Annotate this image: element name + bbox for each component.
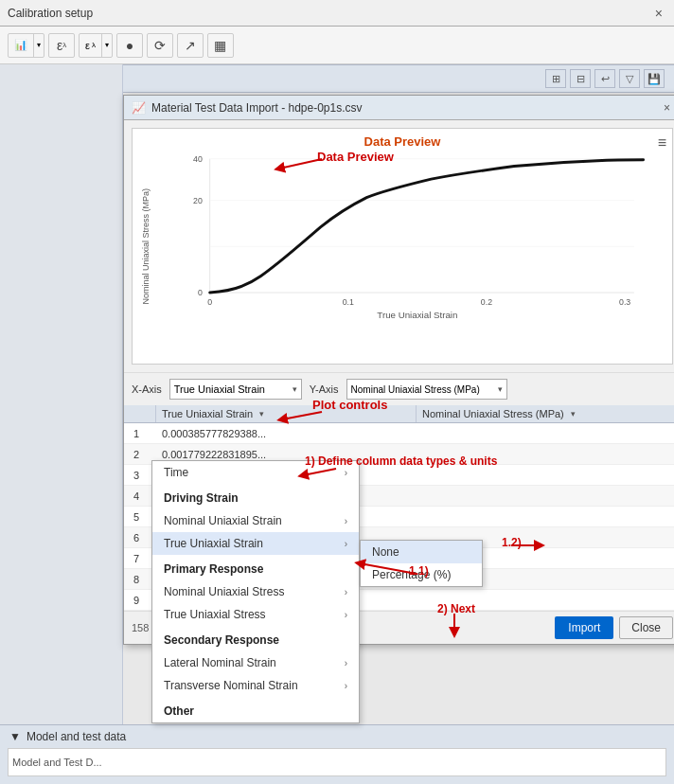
- menu-item-transverse-nominal-strain[interactable]: Transverse Nominal Strain ›: [152, 674, 359, 697]
- trend-btn[interactable]: ↗: [177, 33, 204, 58]
- y-axis-arrow: ▾: [498, 384, 503, 394]
- svg-text:True Uniaxial Strain: True Uniaxial Strain: [377, 310, 457, 320]
- svg-text:20: 20: [193, 196, 203, 205]
- section-btn-undo[interactable]: ↩: [594, 69, 615, 88]
- bottom-section: ▼ Model and test data Model and Test D..…: [0, 724, 674, 784]
- row-stress: [417, 590, 674, 610]
- unit-submenu: None Percentage (%): [360, 540, 483, 587]
- col-strain-dropdown-arrow[interactable]: ▾: [259, 409, 264, 419]
- svg-text:40: 40: [193, 154, 203, 164]
- sidebar: [0, 64, 123, 784]
- refresh-btn[interactable]: ⟳: [147, 33, 173, 58]
- menu-arrow-nominal-strain: ›: [345, 516, 347, 526]
- plot-controls: X-Axis True Uniaxial Strain ▾ Y-Axis Nom…: [124, 372, 674, 405]
- row-stress: [417, 423, 674, 443]
- svg-text:0: 0: [198, 288, 203, 297]
- row-stress: [417, 486, 674, 506]
- menu-item-time[interactable]: Time ›: [152, 461, 359, 484]
- menu-item-true-uniaxial-stress[interactable]: True Uniaxial Stress ›: [152, 603, 359, 626]
- table-header: True Uniaxial Strain ▾ Nominal Uniaxial …: [124, 405, 674, 423]
- chart-dropdown-arrow[interactable]: ▾: [33, 34, 44, 57]
- main-window: Calibration setup × 📊 ▾ ελ ελ ▾ ● ⟳ ↗ ▦ …: [0, 0, 674, 784]
- section-toolbar: ⊞ ⊟ ↩ ▽ 💾: [545, 69, 665, 88]
- menu-item-true-uniaxial-strain[interactable]: True Uniaxial Strain ›: [152, 532, 359, 555]
- epsilon-btn[interactable]: ελ: [48, 33, 75, 58]
- table-row: 1 0.000385777829388...: [124, 423, 674, 444]
- window-title: Calibration setup: [8, 7, 93, 20]
- svg-text:0.3: 0.3: [619, 297, 630, 307]
- svg-text:0: 0: [207, 297, 212, 307]
- window-close-button[interactable]: ×: [651, 6, 666, 21]
- menu-arrow-transverse: ›: [345, 681, 347, 691]
- col-stress-dropdown-arrow[interactable]: ▾: [571, 409, 576, 419]
- epsilon2-dropdown[interactable]: ελ ▾: [79, 33, 113, 58]
- chart-svg: 40 20 0 0 0.1 0.2 0.3 True Uniaxial Stra…: [161, 150, 665, 330]
- bottom-content-area: Model and Test D...: [8, 748, 666, 776]
- col-stress-header[interactable]: Nominal Uniaxial Stress (MPa) ▾: [417, 405, 674, 422]
- y-axis-label: Y-Axis: [310, 383, 339, 395]
- bottom-section-arrow: ▼: [9, 730, 21, 743]
- x-axis-value: True Uniaxial Strain: [174, 383, 265, 395]
- y-axis-label: Nominal Uniaxial Stress (MPa): [138, 157, 155, 335]
- table-btn[interactable]: ▦: [207, 33, 234, 58]
- svg-text:0.1: 0.1: [343, 297, 354, 307]
- menu-arrow-true-strain: ›: [345, 539, 347, 549]
- menu-section-other: Other: [152, 697, 359, 722]
- epsilon2-btn[interactable]: ελ: [80, 34, 101, 57]
- chart-title: Data Preview: [364, 134, 441, 149]
- x-axis-select[interactable]: True Uniaxial Strain ▾: [169, 379, 302, 400]
- chart-btn[interactable]: 📊: [9, 34, 33, 57]
- bottom-section-header[interactable]: ▼ Model and test data: [0, 725, 674, 748]
- menu-item-nominal-uniaxial-stress[interactable]: Nominal Uniaxial Stress ›: [152, 580, 359, 603]
- y-axis-value: Nominal Uniaxial Stress (MPa): [351, 384, 480, 395]
- menu-section-secondary-response: Secondary Response: [152, 626, 359, 651]
- row-num: 1: [128, 423, 156, 443]
- menu-item-lateral-nominal-strain[interactable]: Lateral Nominal Strain ›: [152, 651, 359, 674]
- bottom-section-title: Model and test data: [27, 730, 126, 743]
- x-axis-arrow: ▾: [293, 384, 297, 394]
- circle-btn[interactable]: ●: [116, 33, 143, 58]
- menu-arrow-time: ›: [345, 468, 347, 478]
- menu-arrow-lateral: ›: [345, 658, 347, 668]
- epsilon2-dropdown-arrow[interactable]: ▾: [101, 34, 112, 57]
- menu-arrow-true-stress: ›: [345, 610, 347, 620]
- dialog-icon: 📈: [132, 101, 146, 115]
- import-button[interactable]: Import: [555, 616, 613, 639]
- col-num-header: [128, 405, 156, 422]
- row-stress: [417, 465, 674, 485]
- section-btn-2[interactable]: ⊟: [570, 69, 591, 88]
- column-type-menu: Time › Driving Strain Nominal Uniaxial S…: [151, 460, 360, 723]
- section-btn-filter[interactable]: ▽: [619, 69, 640, 88]
- section-btn-1[interactable]: ⊞: [545, 69, 566, 88]
- close-button[interactable]: Close: [619, 616, 673, 639]
- dialog-close-button[interactable]: ×: [661, 101, 673, 115]
- svg-text:0.2: 0.2: [481, 297, 492, 307]
- section-btn-save[interactable]: 💾: [644, 69, 665, 88]
- row-stress: [417, 444, 674, 464]
- submenu-item-none[interactable]: None: [361, 541, 482, 563]
- submenu-item-percentage[interactable]: Percentage (%): [361, 563, 482, 586]
- col-strain-header[interactable]: True Uniaxial Strain ▾: [156, 405, 417, 422]
- title-bar: Calibration setup ×: [0, 0, 674, 27]
- dialog-title-bar: 📈 Material Test Data Import - hdpe-0p1s.…: [124, 96, 674, 120]
- bottom-content-label: Model and Test D...: [12, 757, 102, 768]
- row-stress: [417, 507, 674, 526]
- dialog-title-text: Material Test Data Import - hdpe-0p1s.cs…: [151, 101, 363, 115]
- x-axis-label: X-Axis: [132, 383, 162, 395]
- main-toolbar: 📊 ▾ ελ ελ ▾ ● ⟳ ↗ ▦: [0, 27, 674, 64]
- menu-section-driving-strain: Driving Strain: [152, 484, 359, 509]
- menu-section-primary-response: Primary Response: [152, 555, 359, 580]
- chart-container: Data Preview ≡ Nominal Uniaxial Stress (…: [132, 128, 673, 365]
- menu-arrow-nominal-stress: ›: [345, 587, 347, 597]
- menu-item-nominal-uniaxial-strain[interactable]: Nominal Uniaxial Strain ›: [152, 509, 359, 532]
- row-strain: 0.000385777829388...: [156, 423, 417, 443]
- y-axis-select[interactable]: Nominal Uniaxial Stress (MPa) ▾: [346, 379, 507, 400]
- chart-dropdown[interactable]: 📊 ▾: [8, 33, 44, 58]
